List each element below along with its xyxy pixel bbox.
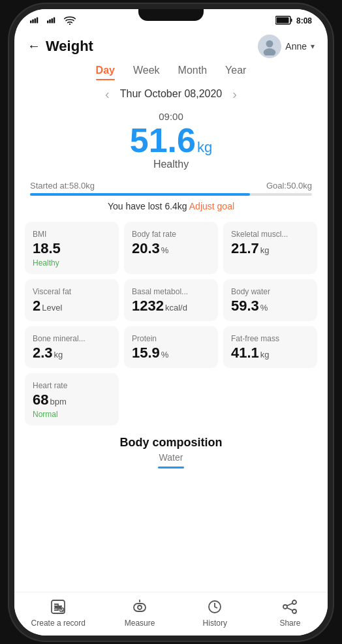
metric-skeletal[interactable]: Skeletal muscl... 21.7 kg — [223, 222, 317, 274]
metric-bone-label: Bone mineral... — [33, 334, 112, 343]
nav-share[interactable]: Share — [269, 598, 311, 628]
nav-history[interactable]: History — [194, 598, 236, 628]
adjust-goal-button[interactable]: Adjust goal — [189, 201, 234, 211]
svg-rect-7 — [54, 18, 55, 23]
battery-time: 8:08 — [275, 16, 312, 27]
svg-point-26 — [292, 609, 296, 613]
metric-bmr-value: 1232 — [132, 298, 164, 314]
nav-create-record[interactable]: Create a record — [31, 598, 86, 628]
main-scroll: ‹ Thur October 08,2020 › 09:00 51.6 kg H… — [14, 80, 328, 592]
metric-visceral-label: Visceral fat — [33, 287, 112, 296]
wifi-icon — [64, 16, 76, 26]
svg-rect-3 — [37, 18, 38, 23]
weight-unit: kg — [197, 139, 212, 156]
user-profile[interactable]: Anne ▾ — [258, 35, 315, 58]
tab-month[interactable]: Month — [178, 65, 207, 80]
progress-fill — [30, 193, 250, 196]
metric-heartrate-unit: bpm — [50, 397, 66, 406]
bottom-navigation: Create a record Measure History — [14, 592, 328, 636]
metric-bmi-status: Healthy — [33, 258, 112, 268]
metric-bodyfat-label: Body fat rate — [132, 230, 211, 239]
metric-bmi[interactable]: BMI 18.5 Healthy — [25, 222, 119, 274]
metric-bone-value: 2.3 — [33, 345, 53, 361]
user-name: Anne — [285, 41, 307, 52]
chevron-down-icon: ▾ — [311, 42, 315, 51]
svg-line-28 — [287, 607, 292, 610]
metric-bmi-label: BMI — [33, 230, 112, 239]
goal-weight-label: Goal:50.0kg — [266, 181, 312, 191]
nav-history-label: History — [203, 619, 227, 628]
metric-visceral[interactable]: Visceral fat 2 Level — [25, 279, 119, 321]
metric-bone[interactable]: Bone mineral... 2.3 kg — [25, 326, 119, 368]
svg-rect-4 — [47, 20, 48, 23]
metric-bone-unit: kg — [54, 350, 63, 360]
svg-point-8 — [69, 23, 70, 25]
metric-skeletal-unit: kg — [260, 245, 270, 255]
weight-section: 09:00 51.6 kg Healthy — [14, 108, 328, 176]
network-info — [30, 16, 76, 26]
svg-rect-6 — [52, 18, 53, 23]
metric-bodyfat[interactable]: Body fat rate 20.3 % — [124, 222, 218, 274]
weight-lost-text: You have lost 6.4kg Adjust goal — [30, 201, 312, 211]
metric-fatfree[interactable]: Fat-free mass 41.1 kg — [223, 326, 317, 368]
svg-point-24 — [292, 600, 296, 604]
svg-rect-10 — [276, 17, 288, 23]
metric-protein-label: Protein — [132, 334, 211, 343]
svg-point-25 — [283, 605, 287, 609]
metric-bodywater-unit: % — [260, 303, 268, 313]
metric-fatfree-label: Fat-free mass — [231, 334, 311, 343]
nav-measure[interactable]: Measure — [119, 598, 161, 628]
tab-week[interactable]: Week — [133, 65, 160, 80]
create-record-icon — [49, 598, 67, 616]
signal-icon2 — [47, 16, 59, 26]
metric-bmr-label: Basal metabol... — [132, 287, 211, 296]
progress-section: Started at:58.0kg Goal:50.0kg You have l… — [14, 176, 328, 214]
metric-heartrate-value: 68 — [33, 391, 48, 408]
measurement-time: 09:00 — [159, 111, 183, 122]
svg-rect-1 — [32, 20, 33, 23]
signal-icon — [30, 16, 42, 26]
svg-point-12 — [266, 40, 273, 47]
metric-bodyfat-value: 20.3 — [132, 240, 160, 257]
date-label: Thur October 08,2020 — [120, 88, 223, 100]
weight-status: Healthy — [153, 159, 189, 170]
progress-bar — [30, 193, 312, 196]
tab-day[interactable]: Day — [96, 65, 115, 80]
metric-bodywater[interactable]: Body water 59.3 % — [223, 279, 317, 321]
tab-year[interactable]: Year — [225, 65, 246, 80]
metric-skeletal-value: 21.7 — [231, 240, 259, 257]
time-display: 8:08 — [296, 16, 312, 25]
svg-point-13 — [264, 48, 276, 55]
metric-heartrate-label: Heart rate — [33, 381, 112, 390]
start-weight-label: Started at:58.0kg — [30, 181, 95, 191]
back-button[interactable]: ← — [27, 38, 40, 54]
next-date-button[interactable]: › — [232, 87, 237, 102]
battery-icon — [275, 16, 292, 27]
metric-bodywater-value: 59.3 — [231, 298, 259, 314]
page-header: ← Weight Anne ▾ — [14, 29, 328, 61]
prev-date-button[interactable]: ‹ — [105, 87, 110, 102]
metric-fatfree-unit: kg — [260, 350, 270, 360]
metric-visceral-unit: Level — [42, 303, 62, 313]
svg-rect-20 — [134, 604, 146, 611]
metric-visceral-value: 2 — [33, 298, 40, 314]
body-comp-subtitle: Water — [25, 452, 317, 463]
metric-bmr-unit: kcal/d — [165, 303, 187, 313]
metric-protein[interactable]: Protein 15.9 % — [124, 326, 218, 368]
period-tabs: Day Week Month Year — [14, 61, 328, 80]
body-comp-title: Body composition — [25, 436, 317, 450]
page-title: Weight — [46, 38, 93, 55]
metric-bmr[interactable]: Basal metabol... 1232 kcal/d — [124, 279, 218, 321]
svg-rect-5 — [49, 20, 50, 23]
body-composition-section: Body composition Water — [14, 425, 328, 479]
metric-bmi-value: 18.5 — [33, 240, 61, 257]
avatar — [258, 35, 281, 58]
metric-protein-value: 15.9 — [132, 345, 160, 361]
history-icon — [206, 598, 224, 616]
metric-bodyfat-unit: % — [161, 245, 169, 255]
metrics-grid: BMI 18.5 Healthy Body fat rate 20.3 % Sk… — [14, 214, 328, 425]
metric-heartrate[interactable]: Heart rate 68 bpm Normal — [25, 373, 119, 425]
svg-rect-11 — [290, 18, 292, 22]
date-navigation: ‹ Thur October 08,2020 › — [14, 80, 328, 108]
metric-heartrate-status: Normal — [33, 410, 112, 419]
